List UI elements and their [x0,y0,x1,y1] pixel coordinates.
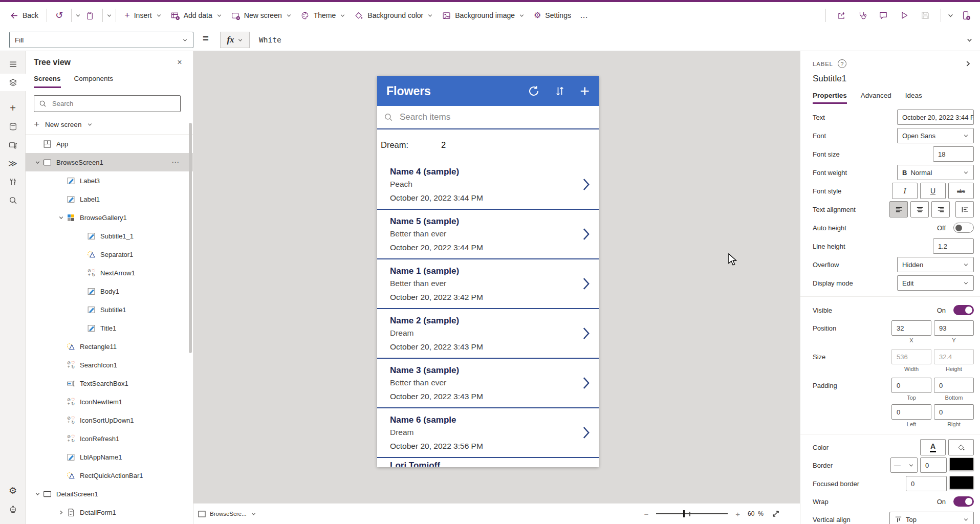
italic-button[interactable]: I [892,183,918,199]
undo-dropdown-chevron[interactable] [75,13,81,18]
publish-button[interactable] [956,7,975,24]
focused-border-width-input[interactable]: 0 [906,476,947,491]
save-dropdown-chevron[interactable] [947,12,954,19]
rail-search-button[interactable] [0,191,26,209]
sort-updown-icon[interactable] [554,85,566,97]
font-dropdown[interactable]: Open Sans [897,128,974,143]
help-icon[interactable]: ? [838,59,846,68]
formula-input[interactable]: White [259,29,281,51]
font-color-button[interactable]: A [920,439,946,455]
save-button[interactable] [916,7,934,24]
gallery-item[interactable]: Name 2 (sample) Dream October 20, 2022 3… [377,309,599,359]
zoom-in-button[interactable]: + [735,510,740,518]
share-button[interactable] [832,7,851,24]
tree-search-box[interactable] [34,95,181,112]
tab-ideas[interactable]: Ideas [905,92,922,104]
zoom-slider-thumb[interactable] [683,510,685,517]
undo-button[interactable]: ↺ [51,8,68,23]
tree-item-iconrefresh1[interactable]: ⊘♡+↻ IconRefresh1 [26,429,193,448]
close-panel-button[interactable]: × [172,55,187,70]
tree-item-label1[interactable]: Label1 [26,190,193,208]
tree-search-input[interactable] [51,99,176,108]
rail-data-button[interactable] [0,118,26,135]
items-search-box[interactable] [377,106,599,129]
gallery-item[interactable]: Name 3 (sample) Better than ever October… [377,359,599,408]
fill-color-button[interactable] [948,439,974,455]
tree-item-rectangle11[interactable]: Rectangle11 [26,337,193,356]
padding-right-input[interactable]: 0 [934,404,974,420]
tree-item-app[interactable]: App [26,135,193,153]
padding-top-input[interactable]: 0 [891,378,931,393]
item-more-button[interactable]: ⋯ [171,158,180,167]
tree-item-label3[interactable]: Label3 [26,171,193,190]
text-value-input[interactable]: October 20, 2022 3:44 PM [897,110,974,125]
toolbar-overflow-button[interactable]: … [576,11,593,20]
new-screen-menu[interactable]: New screen [227,8,296,23]
auto-height-toggle[interactable] [953,223,974,233]
gallery-item[interactable]: Name 6 (sample Dream October 20, 2022 3:… [377,408,599,458]
border-style-dropdown[interactable]: — [890,457,918,473]
next-arrow-icon[interactable] [582,376,590,390]
tree-item-subtitle1[interactable]: Subtitle1 [26,300,193,319]
next-arrow-icon[interactable] [582,227,590,241]
position-y-input[interactable]: 93 [934,320,974,336]
tree-item-textsearchbox1[interactable]: TextSearchBox1 [26,374,193,392]
insert-menu[interactable]: + Insert [120,8,166,23]
tree-item-browsegallery1[interactable]: BrowseGallery1 [26,208,193,227]
theme-menu[interactable]: Theme [296,8,351,23]
tree-item-separator1[interactable]: Separator1 [26,245,193,264]
phone-screen-preview[interactable]: Flowers + Dream: 2 Name 4 (sample) Peach [377,76,599,467]
padding-bottom-input[interactable]: 0 [934,378,974,393]
align-justify-button[interactable] [955,201,974,217]
vertical-align-dropdown[interactable]: Top [889,512,974,524]
next-arrow-icon[interactable] [582,426,590,440]
tab-advanced[interactable]: Advanced [861,92,891,104]
gallery-item[interactable]: Name 4 (sample) Peach October 20, 2022 3… [377,160,599,210]
chevron-down-icon[interactable] [32,491,43,497]
menu-button[interactable] [0,55,26,73]
tree-scrollbar-thumb[interactable] [189,123,192,353]
font-weight-dropdown[interactable]: BNormal [897,165,974,180]
align-left-button[interactable] [889,201,908,217]
next-arrow-icon[interactable] [582,178,590,191]
paste-dropdown-chevron[interactable] [106,13,112,18]
canvas-area[interactable]: Flowers + Dream: 2 Name 4 (sample) Peach [193,51,800,524]
property-selector[interactable]: Fill [9,32,193,48]
collapse-panel-chevron[interactable] [964,60,972,68]
font-size-input[interactable]: 18 [933,146,974,162]
tree-item-browsescreen1[interactable]: BrowseScreen1 ⋯ [26,153,193,171]
border-color-swatch[interactable] [949,457,974,471]
focused-border-color-swatch[interactable] [949,476,974,489]
preview-button[interactable] [895,7,913,24]
tree-item-searchicon1[interactable]: ⊘♡+↻ SearchIcon1 [26,356,193,374]
tab-screens[interactable]: Screens [34,75,61,88]
tree-item-title1[interactable]: Title1 [26,319,193,337]
rail-tree-view-button[interactable] [0,74,26,91]
background-image-menu[interactable]: Background image [438,8,529,23]
visible-toggle[interactable] [953,305,974,315]
wrap-toggle[interactable] [953,496,974,507]
rail-insert-button[interactable]: + [0,99,26,117]
overflow-dropdown[interactable]: Hidden [897,257,974,272]
size-width-input[interactable]: 536 [891,349,931,364]
next-arrow-icon[interactable] [582,326,590,340]
rail-power-automate-button[interactable]: ≫ [0,155,26,172]
add-data-menu[interactable]: Add data [166,8,227,23]
refresh-icon[interactable] [528,85,540,97]
settings-button[interactable]: ⚙ Settings [529,8,576,23]
tab-components[interactable]: Components [74,75,114,88]
tree-item-iconnewitem1[interactable]: ⊘♡+↻ IconNewItem1 [26,392,193,411]
position-x-input[interactable]: 32 [891,320,931,336]
display-mode-dropdown[interactable]: Edit [897,275,974,291]
align-center-button[interactable] [910,201,929,217]
fx-selector[interactable]: fx [220,32,250,48]
tree-item-body1[interactable]: Body1 [26,282,193,300]
chevron-down-icon[interactable] [55,215,67,221]
formula-bar-expand-chevron[interactable] [966,37,973,43]
background-color-menu[interactable]: Background color [350,8,438,23]
fit-to-window-button[interactable] [771,509,780,518]
tree-item-iconsortupdown1[interactable]: ⊘♡+↻ IconSortUpDown1 [26,411,193,429]
rail-settings-button[interactable]: ⚙ [0,482,26,499]
paste-button[interactable] [81,8,99,23]
tree-item-detailform1[interactable]: DetailForm1 [26,503,193,521]
